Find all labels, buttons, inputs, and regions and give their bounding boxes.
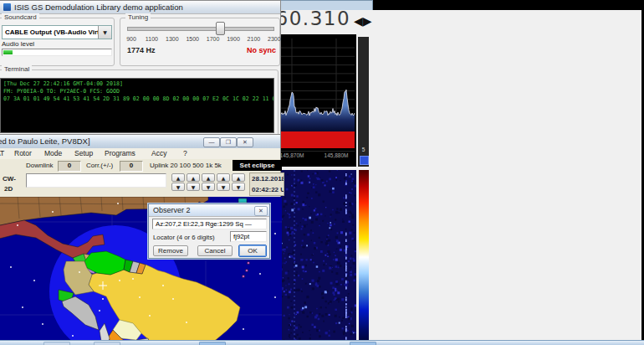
audio-level-meter bbox=[2, 49, 112, 56]
taskbar-button[interactable] bbox=[199, 342, 226, 345]
waterfall-color-legend bbox=[359, 170, 369, 345]
close-button[interactable]: ✕ bbox=[237, 137, 253, 147]
minimize-button[interactable]: — bbox=[203, 137, 220, 147]
step-up-button[interactable]: ▲ bbox=[232, 173, 245, 182]
set-eclipse-button[interactable]: Set eclipse bbox=[233, 160, 282, 171]
downlink-value: 0 bbox=[58, 161, 81, 172]
step-up-button[interactable]: ▲ bbox=[171, 173, 185, 182]
observer-title-bar[interactable]: Observer 2 ✕ bbox=[149, 204, 269, 217]
terminal-group: Terminal [Thu Dec 27 22:42:16 GMT-04:00 … bbox=[0, 70, 279, 136]
demod-title-bar[interactable]: ISIS GS Demodulation Library demo applic… bbox=[0, 1, 280, 14]
datetime-display: 28.12.2018 02:42:22 U bbox=[249, 172, 284, 196]
frequency-axis-label: 145,880M bbox=[318, 152, 355, 158]
sync-status: No sync bbox=[247, 46, 276, 54]
tuning-slider-track[interactable] bbox=[127, 27, 274, 31]
menu-item[interactable]: Setup bbox=[74, 149, 93, 157]
step-down-button[interactable]: ▼ bbox=[232, 183, 245, 191]
tuning-frequency: 1774 Hz bbox=[127, 46, 156, 54]
sat-control-panel: Downlink 0 Corr.(+/-) 0 Uplink 20 100 50… bbox=[0, 159, 280, 197]
observer-dialog: Observer 2 ✕ Az:207,2 El:22,3 Rge:1299 S… bbox=[148, 203, 270, 259]
maximize-button[interactable]: ❐ bbox=[220, 137, 237, 147]
sat-title: red to Paulo Leite, PV8DX] bbox=[0, 136, 90, 146]
tuning-tick-label: 2300 bbox=[262, 36, 287, 42]
taskbar-button[interactable] bbox=[43, 342, 70, 345]
step-down-button[interactable]: ▼ bbox=[187, 183, 200, 191]
demod-title: ISIS GS Demodulation Library demo applic… bbox=[14, 3, 183, 12]
step-down-button[interactable]: ▼ bbox=[171, 183, 185, 191]
demod-app-icon bbox=[3, 3, 11, 11]
sat-title-bar[interactable]: red to Paulo Leite, PV8DX] — ❐ ✕ bbox=[0, 135, 280, 149]
taskbar-button[interactable] bbox=[350, 342, 376, 345]
zoom-slider-value: 5 bbox=[358, 147, 369, 152]
soundcard-group: Soundcard CABLE Output (VB-Audio Virtual… bbox=[0, 18, 115, 66]
ok-button[interactable]: OK bbox=[238, 245, 267, 257]
menu-item[interactable]: Rotor bbox=[14, 149, 32, 157]
menu-item[interactable]: AT bbox=[0, 149, 4, 157]
downlink-label: Downlink bbox=[26, 162, 53, 169]
demod-app-window: ISIS GS Demodulation Library demo applic… bbox=[0, 0, 281, 139]
tuning-group: Tuning 9001100130015001700190021002300 1… bbox=[120, 18, 280, 66]
locator-input[interactable]: fj92pt bbox=[230, 231, 267, 242]
soundcard-select[interactable]: CABLE Output (VB-Audio Virtual ▼ bbox=[2, 25, 112, 39]
step-down-button[interactable]: ▼ bbox=[202, 183, 215, 191]
sat-time: 02:42:22 U bbox=[252, 184, 284, 195]
observer-readout: Az:207,2 El:22,3 Rge:1299 Sq — bbox=[152, 219, 267, 229]
mode-label-cw: CW- bbox=[3, 175, 16, 183]
locator-label: Locator (4 or 6 digits) bbox=[153, 234, 215, 241]
menu-item[interactable]: ? bbox=[183, 149, 187, 157]
audio-level-fill bbox=[3, 50, 13, 54]
desktop: ISIS GS Demodulation Library demo applic… bbox=[0, 0, 644, 345]
tuning-slider-handle[interactable] bbox=[216, 22, 225, 35]
remove-button[interactable]: Remove bbox=[153, 245, 188, 256]
soundcard-group-label: Soundcard bbox=[2, 13, 39, 21]
terminal-output[interactable]: [Thu Dec 27 22:42:16 GMT-04:00 2018] FM:… bbox=[0, 78, 274, 133]
step-up-button[interactable]: ▲ bbox=[217, 173, 230, 182]
audio-level-label: Audio level bbox=[2, 40, 34, 48]
frequency-step-arrows[interactable]: ◀▶ bbox=[354, 14, 372, 28]
menu-item[interactable]: Programs bbox=[105, 149, 135, 157]
cancel-button[interactable]: Cancel bbox=[197, 245, 233, 256]
sat-text-field[interactable] bbox=[26, 173, 166, 188]
terminal-line: FM: PY0EIA-0 TO: PY2AEC-0 FCS: GOOD bbox=[3, 88, 273, 95]
terminal-line: 07 3A 01 01 49 54 41 53 41 54 2D 31 89 0… bbox=[3, 95, 273, 103]
soundcard-value: CABLE Output (VB-Audio Virtual bbox=[5, 28, 109, 36]
sat-menu-bar: ATRotorModeSetupProgramsAccy? bbox=[0, 148, 280, 160]
step-up-button[interactable]: ▲ bbox=[187, 173, 200, 182]
observer-title: Observer 2 bbox=[153, 206, 191, 214]
spectrum-zoom-slider[interactable]: 5 bbox=[358, 37, 369, 167]
taskbar-button[interactable] bbox=[94, 342, 120, 345]
taskbar[interactable] bbox=[0, 340, 644, 345]
uplink-label: Uplink 20 100 500 1k 5k bbox=[150, 162, 222, 169]
chevron-down-icon[interactable]: ▼ bbox=[98, 26, 111, 39]
close-icon[interactable]: ✕ bbox=[254, 206, 268, 216]
sat-date: 28.12.2018 bbox=[252, 173, 284, 184]
step-down-button[interactable]: ▼ bbox=[217, 183, 230, 191]
zoom-slider-thumb[interactable] bbox=[360, 156, 369, 165]
menu-item[interactable]: Mode bbox=[44, 149, 62, 157]
corr-value: 0 bbox=[120, 161, 143, 172]
terminal-line: [Thu Dec 27 22:42:16 GMT-04:00 2018] bbox=[3, 80, 273, 88]
corr-label: Corr.(+/-) bbox=[86, 162, 113, 169]
tuning-group-label: Tuning bbox=[125, 13, 151, 21]
mode-label-2d: 2D bbox=[4, 185, 13, 193]
terminal-group-label: Terminal bbox=[2, 65, 32, 73]
step-up-button[interactable]: ▲ bbox=[202, 173, 215, 182]
menu-item[interactable]: Accy bbox=[151, 149, 166, 157]
